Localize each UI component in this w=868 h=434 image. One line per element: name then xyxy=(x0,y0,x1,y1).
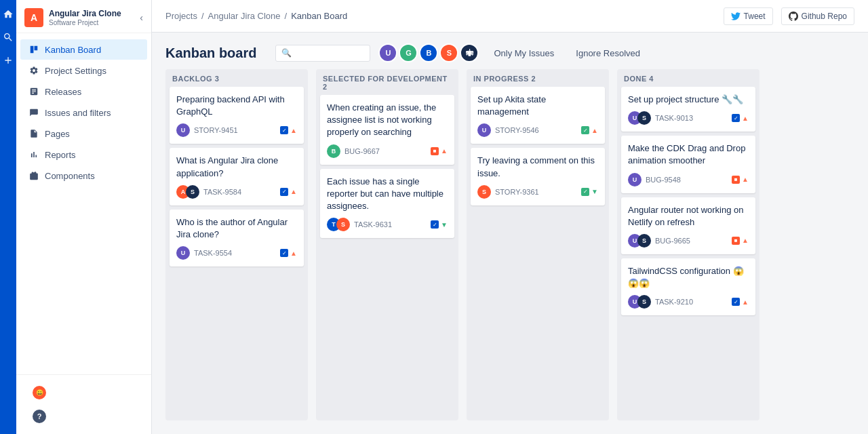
card-id: TASK-9584 xyxy=(203,188,276,196)
avatar-filter-5[interactable]: 🕷 xyxy=(460,43,479,62)
column-in-progress: IN PROGRESS 2 Set up Akita state managem… xyxy=(467,69,609,420)
sidebar-item-releases[interactable]: Releases xyxy=(20,81,147,102)
sidebar-reports-label: Reports xyxy=(45,150,76,160)
card-id: BUG-9548 xyxy=(646,176,728,184)
card-icons: ✓ ▲ xyxy=(732,114,749,122)
card[interactable]: TailwindCSS configuration 😱😱😱 U S TASK-9… xyxy=(621,258,755,315)
card-icons: ✓ ▲ xyxy=(581,126,598,134)
breadcrumb: Projects / Angular Jira Clone / Kanban B… xyxy=(165,11,347,21)
card[interactable]: Try leaving a comment on this issue. S S… xyxy=(471,148,605,205)
status-red-icon: ■ xyxy=(732,176,740,184)
check-icon: ✓ xyxy=(280,249,288,257)
issues-icon xyxy=(28,107,39,118)
sidebar-item-settings[interactable]: Project Settings xyxy=(20,60,147,81)
board-area: BACKLOG 3 Preparing backend API with Gra… xyxy=(152,69,868,434)
card-id: TASK-9631 xyxy=(354,220,427,229)
card-avatar-2: S xyxy=(336,218,350,231)
nav-search-icon[interactable] xyxy=(2,31,14,43)
card[interactable]: Make the CDK Drag and Drop animation smo… xyxy=(621,136,755,193)
avatar-filter-2[interactable]: G xyxy=(399,43,418,62)
priority-up-icon: ▲ xyxy=(591,127,598,134)
card-footer: U S TASK-9210 ✓ ▲ xyxy=(628,295,749,309)
search-input[interactable] xyxy=(296,48,363,58)
sidebar-item-pages[interactable]: Pages xyxy=(20,123,147,144)
status-red-icon: ■ xyxy=(431,147,439,155)
priority-down-icon: ▼ xyxy=(441,221,448,229)
card-icons: ✓ ▲ xyxy=(732,298,749,306)
status-red-icon: ■ xyxy=(732,237,740,245)
sidebar-components-label: Components xyxy=(45,171,95,181)
check-green-icon: ✓ xyxy=(581,126,589,134)
priority-up-icon: ▲ xyxy=(742,237,749,244)
breadcrumb-project[interactable]: Angular Jira Clone xyxy=(208,11,281,21)
sidebar-item-user[interactable]: 😀 xyxy=(24,381,143,404)
card-avatar-2: S xyxy=(637,234,651,248)
priority-up-icon: ▲ xyxy=(290,188,297,195)
card-title: Angular router not working on Netlify on… xyxy=(628,204,749,229)
nav-home-icon[interactable] xyxy=(2,8,14,20)
card[interactable]: What is Angular Jira clone application? … xyxy=(170,148,304,205)
card-avatars: T S xyxy=(327,218,350,231)
sidebar-item-kanban[interactable]: Kanban Board xyxy=(20,39,147,60)
avatar-filter-3[interactable]: B xyxy=(419,43,438,62)
column-header-in-progress: IN PROGRESS 2 xyxy=(467,69,609,87)
board-title: Kanban board xyxy=(165,45,256,61)
priority-up-icon: ▲ xyxy=(290,127,297,134)
card-title: TailwindCSS configuration 😱😱😱 xyxy=(628,265,749,290)
sidebar-item-components[interactable]: Components xyxy=(20,165,147,186)
check-green-icon: ✓ xyxy=(581,188,589,196)
card-id: BUG-9667 xyxy=(344,147,427,155)
column-backlog: BACKLOG 3 Preparing backend API with Gra… xyxy=(165,69,308,420)
only-my-issues-button[interactable]: Only My Issues xyxy=(487,45,561,61)
kanban-icon xyxy=(28,44,39,55)
card-id: STORY-9361 xyxy=(495,188,577,196)
ignore-resolved-button[interactable]: Ignore Resolved xyxy=(569,45,647,61)
project-subtitle: Software Project xyxy=(49,19,121,26)
sidebar-footer: 😀 ? xyxy=(16,374,151,434)
card[interactable]: Preparing backend API with GraphQL U STO… xyxy=(170,87,304,144)
card-title: Set up project structure 🔧🔧 xyxy=(628,94,749,106)
sidebar-item-issues[interactable]: Issues and filters xyxy=(20,102,147,123)
components-icon xyxy=(28,170,39,181)
pages-icon xyxy=(28,128,39,139)
sidebar-kanban-label: Kanban Board xyxy=(45,45,101,55)
sidebar-collapse-btn[interactable]: ‹ xyxy=(140,12,143,23)
card-avatar: U xyxy=(477,123,491,137)
sidebar-item-help[interactable]: ? xyxy=(24,405,143,428)
card[interactable]: When creating an issue, the assignee lis… xyxy=(320,95,454,165)
breadcrumb-projects[interactable]: Projects xyxy=(165,11,197,21)
sidebar-nav: Kanban Board Project Settings Releases I… xyxy=(16,33,151,374)
card[interactable]: Each issue has a single reporter but can… xyxy=(320,169,454,239)
priority-up-icon: ▲ xyxy=(441,147,448,155)
priority-up-icon: ▲ xyxy=(742,298,749,306)
card-avatar: U xyxy=(176,123,190,137)
card[interactable]: Angular router not working on Netlify on… xyxy=(621,197,755,254)
card[interactable]: Set up project structure 🔧🔧 U S TASK-901… xyxy=(621,87,755,132)
card[interactable]: Who is the author of Angular Jira clone?… xyxy=(170,210,304,267)
card-icons: ✓ ▲ xyxy=(280,249,297,257)
card-id: STORY-9546 xyxy=(495,126,577,134)
card-footer: U S TASK-9013 ✓ ▲ xyxy=(628,111,749,125)
tweet-button[interactable]: Tweet xyxy=(724,7,773,25)
card-id: TASK-9013 xyxy=(655,114,728,122)
card-icons: ✓ ▲ xyxy=(280,188,297,196)
card-icons: ✓ ▼ xyxy=(581,188,598,196)
github-button[interactable]: Github Repo xyxy=(781,7,854,25)
card[interactable]: Set up Akita state management U STORY-95… xyxy=(471,87,605,144)
avatar-filter-1[interactable]: U xyxy=(378,43,397,62)
sidebar-pages-label: Pages xyxy=(45,129,70,139)
releases-icon xyxy=(28,86,39,97)
card-avatar-2: S xyxy=(637,295,651,309)
card-footer: T S TASK-9631 ✓ ▼ xyxy=(327,218,448,231)
check-icon: ✓ xyxy=(431,220,439,229)
settings-icon xyxy=(28,65,39,76)
nav-add-icon[interactable] xyxy=(2,54,14,66)
priority-up-icon: ▲ xyxy=(742,176,749,183)
sidebar-item-reports[interactable]: Reports xyxy=(20,144,147,165)
card-avatar: S xyxy=(477,185,491,199)
column-cards-selected: When creating an issue, the assignee lis… xyxy=(316,95,458,420)
priority-up-icon: ▲ xyxy=(290,250,297,257)
help-icon: ? xyxy=(33,410,46,423)
avatar-filter-4[interactable]: S xyxy=(439,43,458,62)
card-id: TASK-9554 xyxy=(194,249,276,257)
